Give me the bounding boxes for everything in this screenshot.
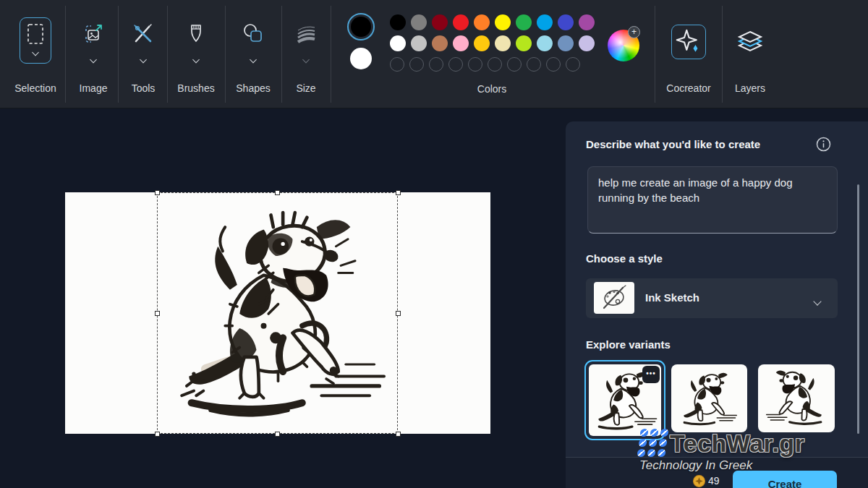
color-swatch[interactable] (537, 35, 553, 51)
style-thumbnail (594, 282, 634, 314)
selection-handle-bottom-left[interactable] (155, 432, 160, 437)
brushes-tool[interactable]: Brushes (174, 0, 218, 108)
color-swatch[interactable] (411, 35, 427, 51)
info-icon[interactable] (816, 137, 831, 152)
selection-handle-top-right[interactable] (396, 190, 401, 195)
empty-color-slot[interactable] (488, 57, 502, 72)
color-swatch[interactable] (474, 35, 490, 51)
layers-icon (735, 29, 765, 58)
toolbar-separator (65, 6, 66, 103)
size-dropdown-chevron[interactable] (304, 52, 309, 65)
variant-thumbnail-3[interactable] (758, 364, 835, 432)
color-swatch[interactable] (579, 14, 595, 30)
empty-color-slot[interactable] (390, 57, 404, 72)
selection-marquee[interactable] (157, 192, 398, 434)
ink-sketch-style-art (594, 282, 634, 314)
color-swatch[interactable] (495, 35, 511, 51)
brushes-dropdown-chevron[interactable] (194, 52, 199, 65)
empty-color-slot[interactable] (448, 57, 463, 72)
panel-scrollbar[interactable] (857, 184, 859, 434)
image-label: Image (80, 82, 108, 94)
layers-button[interactable] (735, 29, 765, 58)
size-tool[interactable]: Size (286, 0, 326, 108)
cocreator-button[interactable] (671, 25, 706, 59)
primary-color-swatch[interactable] (351, 17, 371, 37)
top-toolbar: Selection Image (0, 0, 868, 108)
watermark-title: TechWar.gr (670, 429, 804, 458)
generated-dog-sketch (158, 193, 399, 435)
selection-label: Selection (14, 82, 56, 94)
cocreator-label: Cocreator (655, 82, 722, 94)
image-dropdown-chevron[interactable] (91, 52, 96, 65)
selection-tool[interactable]: Selection (13, 0, 58, 108)
secondary-color-swatch[interactable] (350, 48, 372, 69)
selection-handle-top-left[interactable] (155, 190, 160, 195)
selection-handle-bottom-right[interactable] (396, 432, 401, 437)
empty-color-slot[interactable] (507, 57, 522, 72)
color-swatch[interactable] (537, 14, 553, 30)
prompt-input[interactable]: help me create an image of a happy dog r… (587, 166, 838, 234)
techwar-logo (637, 429, 671, 458)
empty-color-slot[interactable] (429, 57, 443, 72)
toolbar-separator (167, 6, 168, 103)
image-icon (81, 22, 106, 46)
color-swatch[interactable] (411, 14, 427, 30)
empty-color-slot[interactable] (527, 57, 541, 72)
color-swatch[interactable] (390, 14, 406, 30)
image-tool[interactable]: Image (71, 0, 116, 108)
color-swatch[interactable] (558, 14, 574, 30)
selection-handle-mid-left[interactable] (155, 311, 160, 316)
color-swatch[interactable] (495, 14, 511, 30)
color-swatch[interactable] (390, 35, 406, 51)
color-swatch[interactable] (432, 14, 448, 30)
add-color-icon[interactable]: + (628, 26, 640, 38)
selection-active-box[interactable] (20, 17, 51, 64)
variant-thumbnail-2[interactable] (671, 364, 747, 432)
selection-handle-bottom-center[interactable] (275, 432, 280, 437)
tools-tool[interactable]: Tools (122, 0, 165, 108)
variant-more-options-button[interactable]: ••• (642, 366, 660, 383)
size-icon (294, 22, 318, 46)
color-swatch[interactable] (516, 14, 532, 30)
color-swatch[interactable] (453, 35, 469, 51)
palette-row-empty (390, 56, 580, 72)
drawing-canvas[interactable] (65, 192, 490, 434)
color-swatch[interactable] (558, 35, 574, 51)
credits-count: 49 (708, 475, 720, 487)
create-button[interactable]: Create (733, 471, 837, 488)
color-swatch[interactable] (579, 35, 595, 51)
style-dropdown-chevron (814, 294, 820, 307)
tools-dropdown-chevron[interactable] (141, 52, 146, 65)
shapes-label: Shapes (236, 82, 270, 94)
empty-color-slot[interactable] (546, 57, 561, 72)
color-swatch[interactable] (432, 35, 448, 51)
empty-color-slot[interactable] (566, 57, 580, 72)
shapes-icon (241, 22, 265, 46)
style-dropdown[interactable]: Ink Sketch (586, 278, 838, 318)
palette-row-1 (390, 14, 595, 30)
shapes-tool[interactable]: Shapes (231, 0, 275, 108)
selection-handle-top-center[interactable] (275, 190, 280, 195)
color-swatch[interactable] (516, 35, 532, 51)
variants-heading: Explore variants (586, 338, 671, 351)
color-swatch[interactable] (474, 14, 490, 30)
shapes-dropdown-chevron[interactable] (251, 52, 256, 65)
colors-section-label: Colors (333, 83, 651, 95)
tools-icon (131, 22, 156, 46)
credits-coin-icon (693, 475, 705, 487)
cocreator-sparkle-icon (672, 25, 705, 59)
toolbar-separator (722, 6, 723, 103)
brushes-label: Brushes (177, 82, 214, 94)
brushes-icon (184, 22, 208, 46)
toolbar-separator (118, 6, 119, 103)
selection-dropdown-chevron[interactable] (33, 45, 38, 58)
style-selected-value: Ink Sketch (645, 291, 699, 304)
empty-color-slot[interactable] (409, 57, 424, 72)
empty-color-slot[interactable] (468, 57, 482, 72)
size-label: Size (296, 82, 315, 94)
layers-label: Layers (728, 82, 772, 94)
tools-label: Tools (132, 82, 156, 94)
palette-row-2 (390, 35, 595, 51)
color-swatch[interactable] (453, 14, 469, 30)
selection-handle-mid-right[interactable] (396, 311, 401, 316)
